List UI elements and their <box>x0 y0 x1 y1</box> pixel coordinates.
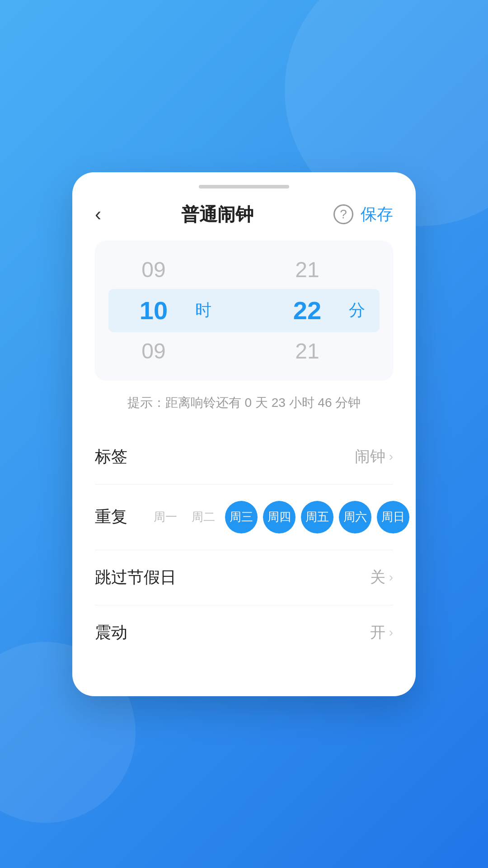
back-button[interactable]: ‹ <box>95 205 101 224</box>
label-setting-value: 闹钟 › <box>355 446 393 467</box>
holiday-label: 跳过节假日 <box>95 566 176 589</box>
day-item-6[interactable]: 周日 <box>377 501 409 533</box>
day-item-0[interactable]: 周一 <box>149 501 182 533</box>
page-title: 普通闹钟 <box>181 202 253 227</box>
time-picker[interactable]: 09 10 09 时 21 22 21 分 <box>95 241 393 381</box>
phone-card: ‹ 普通闹钟 ? 保存 09 10 09 时 21 22 21 <box>72 172 416 696</box>
save-button[interactable]: 保存 <box>361 203 393 226</box>
day-item-4[interactable]: 周五 <box>301 501 333 533</box>
label-value-text: 闹钟 <box>355 446 385 467</box>
hour-prev: 09 <box>141 250 165 290</box>
hint-text: 提示：距离响铃还有 0 天 23 小时 46 分钟 <box>95 394 393 411</box>
minute-next: 21 <box>295 331 319 372</box>
top-pill <box>199 185 289 189</box>
hour-next: 09 <box>141 331 165 372</box>
vibrate-value-text: 开 <box>370 622 385 643</box>
top-bar <box>72 172 416 198</box>
picker-highlight <box>108 289 380 332</box>
vibrate-row[interactable]: 震动 开 › <box>95 605 393 660</box>
minute-prev: 21 <box>295 250 319 290</box>
day-item-3[interactable]: 周四 <box>263 501 296 533</box>
days-container: 周一周二周三周四周五周六周日 <box>149 501 409 533</box>
header-right: ? 保存 <box>333 203 393 226</box>
help-icon-button[interactable]: ? <box>333 204 353 224</box>
label-setting-label: 标签 <box>95 446 127 468</box>
holiday-value: 关 › <box>370 567 393 588</box>
holiday-value-text: 关 <box>370 567 385 588</box>
vibrate-value: 开 › <box>370 622 393 643</box>
holiday-row[interactable]: 跳过节假日 关 › <box>95 550 393 605</box>
day-item-5[interactable]: 周六 <box>339 501 371 533</box>
header: ‹ 普通闹钟 ? 保存 <box>72 198 416 241</box>
repeat-label: 重复 <box>95 506 149 528</box>
label-chevron-icon: › <box>389 449 393 464</box>
question-mark: ? <box>340 207 347 222</box>
day-item-2[interactable]: 周三 <box>225 501 258 533</box>
label-row[interactable]: 标签 闹钟 › <box>95 429 393 485</box>
repeat-row: 重复 周一周二周三周四周五周六周日 <box>95 485 393 550</box>
vibrate-label: 震动 <box>95 622 127 644</box>
holiday-chevron-icon: › <box>389 570 393 585</box>
day-item-1[interactable]: 周二 <box>187 501 220 533</box>
settings-section: 标签 闹钟 › 重复 周一周二周三周四周五周六周日 跳过节假日 关 › 震动 <box>72 429 416 660</box>
vibrate-chevron-icon: › <box>389 625 393 640</box>
